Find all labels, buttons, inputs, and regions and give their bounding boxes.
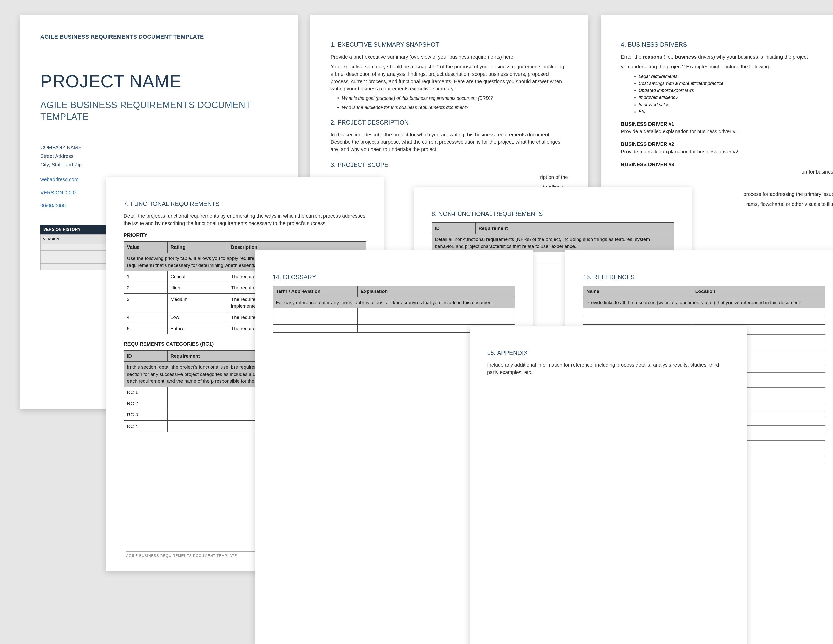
sec-nfr: 8. NON-FUNCTIONAL REQUIREMENTS: [432, 209, 674, 219]
glossary-instr: For easy reference, enter any terms, abb…: [273, 297, 515, 308]
driver2-lbl: BUSINESS DRIVER #2: [621, 141, 833, 148]
drivers-intro: Enter the reasons (i.e., business driver…: [621, 53, 833, 61]
references-instr: Provide links to all the resources (webs…: [583, 297, 825, 308]
func-intro: Detail the project's functional requirem…: [124, 213, 366, 227]
sec-exec-summary: 1. EXECUTIVE SUMMARY SNAPSHOT: [331, 40, 568, 49]
sec-functional-req: 7. FUNCTIONAL REQUIREMENTS: [124, 200, 366, 208]
glossary-table: For easy reference, enter any terms, abb…: [273, 286, 515, 333]
project-name: PROJECT NAME: [40, 69, 278, 95]
doc-type-heading: AGILE BUSINESS REQUIREMENTS DOCUMENT TEM…: [40, 33, 278, 41]
sec-business-drivers: 4. BUSINESS DRIVERS: [621, 40, 833, 49]
exec-p1: Provide a brief executive summary (overv…: [331, 53, 568, 61]
priority-label: PRIORITY: [124, 232, 366, 239]
driver2-text: Provide a detailed explanation for busin…: [621, 148, 833, 155]
references-table: Provide links to all the resources (webs…: [583, 286, 825, 325]
sec-project-scope: 3. PROJECT SCOPE: [331, 161, 568, 169]
company-name: COMPANY NAME: [40, 143, 278, 152]
drivers-intro2: you undertaking the project? Examples mi…: [621, 63, 833, 71]
exec-b1: What is the goal (purpose) of this busin…: [331, 95, 568, 101]
street: Street Address: [40, 152, 278, 160]
driver3-frag: on for business driver #3.: [621, 168, 833, 175]
subtitle: AGILE BUSINESS REQUIREMENTS DOCUMENT TEM…: [40, 99, 278, 123]
driver3-lbl: BUSINESS DRIVER #3: [621, 161, 833, 168]
driver1-lbl: BUSINESS DRIVER #1: [621, 121, 833, 128]
page-appendix: 16. APPENDIX Include any additional info…: [470, 326, 747, 644]
sec-references: 15. REFERENCES: [583, 273, 825, 282]
nfr-instr: Detail all non-functional requirements (…: [432, 234, 674, 252]
city-state-zip: City, State and Zip: [40, 160, 278, 169]
exec-p2: Your executive summary should be a "snap…: [331, 63, 568, 92]
sec-glossary: 14. GLOSSARY: [273, 273, 515, 282]
desc-p1: In this section, describe the project fo…: [331, 131, 568, 153]
drivers-example-list: Legal requirements Cost savings with a m…: [621, 73, 833, 115]
sec-appendix: 16. APPENDIX: [487, 349, 730, 357]
driver1-text: Provide a detailed explanation for busin…: [621, 128, 833, 135]
sec-project-description: 2. PROJECT DESCRIPTION: [331, 118, 568, 127]
appendix-text: Include any additional information for r…: [487, 361, 730, 376]
exec-b2: Who is the audience for this business re…: [331, 104, 568, 111]
